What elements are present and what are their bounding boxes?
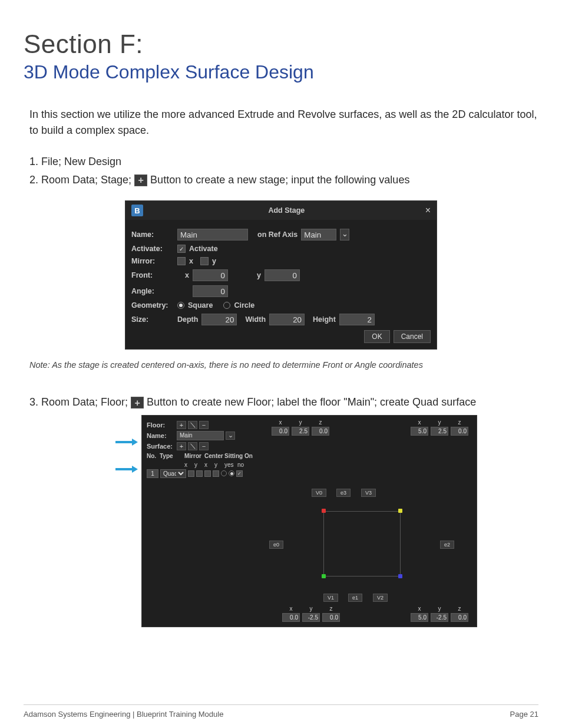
angle-label: Angle:: [131, 287, 174, 295]
add-surface-button[interactable]: +: [177, 442, 186, 450]
bl-z-input[interactable]: [322, 613, 340, 622]
floor-panel: Floor: + ＼ − Name: ⌄ Surface: + ＼ − No. …: [141, 415, 477, 627]
br-z-input[interactable]: [451, 613, 468, 622]
dialog-title: Add Stage: [148, 206, 425, 215]
br-y-input[interactable]: [431, 613, 448, 622]
step-3: 3. Room Data; Floor; + Button to create …: [29, 393, 538, 411]
e3-tag[interactable]: e3: [336, 489, 351, 497]
tl-x-input[interactable]: [272, 427, 289, 436]
ok-button[interactable]: OK: [364, 330, 389, 343]
step-1: 1. File; New Design: [29, 153, 538, 171]
tl-y-input[interactable]: [292, 427, 309, 436]
edit-surface-button[interactable]: ＼: [188, 442, 197, 450]
col-center: Center: [204, 453, 222, 459]
app-logo-icon: B: [131, 205, 143, 216]
mirror-label: Mirror:: [131, 257, 174, 265]
angle-input[interactable]: [193, 285, 228, 297]
sub-x: x: [184, 462, 192, 468]
floor-name-input[interactable]: [177, 431, 224, 440]
front-y-label: y: [243, 271, 261, 279]
front-y-input[interactable]: [265, 269, 300, 281]
bl-x-input[interactable]: [282, 613, 300, 622]
remove-surface-button[interactable]: −: [199, 442, 209, 450]
quad-preview: V0 e3 V3 e0 e2 V1 e1 V2: [147, 476, 477, 605]
plus-icon: +: [131, 397, 144, 409]
geometry-label: Geometry:: [131, 301, 174, 309]
floor-label: Floor:: [147, 421, 175, 429]
bl-y-input[interactable]: [302, 613, 320, 622]
coord-block-tl: xyz: [272, 419, 329, 478]
mirror-x-checkbox[interactable]: [177, 257, 186, 265]
tr-z-input[interactable]: [451, 427, 468, 436]
square-radio[interactable]: [177, 302, 184, 309]
add-floor-button[interactable]: +: [177, 421, 186, 429]
activate-text: Activate: [189, 245, 218, 253]
vertex-dot-green: [322, 574, 326, 578]
name-input[interactable]: [177, 229, 248, 241]
y-label: y: [431, 605, 448, 612]
cancel-button[interactable]: Cancel: [394, 330, 431, 343]
mirror-y-checkbox[interactable]: [200, 257, 209, 265]
activate-checkbox[interactable]: ✓: [177, 245, 186, 253]
coord-block-bl: xyz: [282, 605, 340, 622]
col-no: No.: [147, 453, 157, 459]
section-heading: Section F:: [24, 29, 538, 59]
step-2-post: Button to create a new stage; input the …: [150, 174, 409, 186]
step-2: 2. Room Data; Stage; + Button to create …: [29, 171, 538, 189]
v1-tag[interactable]: V1: [323, 594, 338, 602]
br-x-input[interactable]: [411, 613, 428, 622]
footer-left: Adamson Systems Engineering | Blueprint …: [24, 710, 223, 719]
width-input[interactable]: [269, 314, 305, 325]
step-3-post: Button to create new Floor; label the fl…: [147, 396, 476, 408]
coord-block-tr: xyz: [411, 419, 468, 478]
z-label: z: [312, 419, 329, 426]
add-stage-dialog: B Add Stage × Name: on Ref Axis ⌄ Activa…: [125, 200, 437, 350]
front-x-label: x: [177, 271, 189, 279]
x-label: x: [411, 605, 428, 612]
v3-tag[interactable]: V3: [361, 489, 376, 497]
y-label: y: [431, 419, 448, 426]
tr-x-input[interactable]: [411, 427, 428, 436]
activate-label: Activate:: [131, 245, 174, 253]
refaxis-input[interactable]: [301, 229, 336, 241]
v2-tag[interactable]: V2: [373, 594, 388, 602]
circle-radio[interactable]: [223, 302, 230, 309]
v0-tag[interactable]: V0: [312, 489, 326, 497]
sub-y2: y: [214, 462, 222, 468]
sub-x2: x: [204, 462, 212, 468]
height-label: Height: [313, 315, 336, 324]
z-label: z: [451, 419, 468, 426]
remove-floor-button[interactable]: −: [199, 421, 209, 429]
e2-tag[interactable]: e2: [440, 541, 454, 549]
depth-label: Depth: [177, 315, 198, 324]
square-label: Square: [188, 301, 213, 309]
section-subtitle: 3D Mode Complex Surface Design: [24, 61, 538, 83]
tr-y-input[interactable]: [431, 427, 448, 436]
sub-y: y: [194, 462, 202, 468]
e0-tag[interactable]: e0: [269, 541, 283, 549]
height-input[interactable]: [339, 314, 375, 325]
floor-name-dropdown[interactable]: ⌄: [226, 431, 235, 440]
col-on: On: [244, 453, 255, 459]
vertex-dot-yellow: [398, 509, 402, 513]
front-x-input[interactable]: [193, 269, 228, 281]
mirror-x-label: x: [189, 257, 193, 265]
sub-yes: yes: [224, 462, 235, 468]
intro-paragraph: In this section we utilize the more adva…: [24, 107, 538, 139]
mirror-y-label: y: [212, 257, 216, 265]
z-label: z: [322, 605, 340, 612]
floor-name-label: Name:: [147, 432, 175, 439]
tl-z-input[interactable]: [312, 427, 329, 436]
edit-floor-button[interactable]: ＼: [188, 421, 197, 429]
x-label: x: [411, 419, 428, 426]
x-label: x: [282, 605, 300, 612]
x-label: x: [272, 419, 289, 426]
y-label: y: [302, 605, 320, 612]
col-sitting: Sitting: [224, 453, 242, 459]
col-mirror: Mirror: [184, 453, 202, 459]
front-label: Front:: [131, 271, 174, 279]
e1-tag[interactable]: e1: [348, 594, 362, 602]
refaxis-dropdown[interactable]: ⌄: [340, 229, 349, 241]
close-icon[interactable]: ×: [425, 205, 431, 216]
depth-input[interactable]: [201, 314, 237, 325]
